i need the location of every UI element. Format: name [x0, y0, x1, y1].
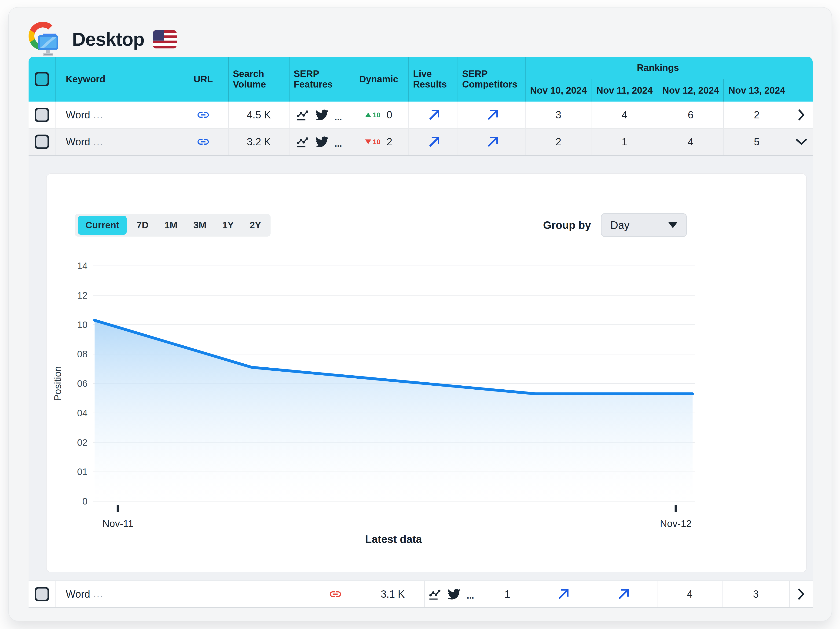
north-east-arrow-icon[interactable]	[427, 136, 439, 148]
keyword-cell[interactable]: Word...	[56, 581, 310, 607]
column-header-serp-competitors[interactable]: SERP Competitors	[458, 57, 526, 102]
y-tick-label: 06	[77, 378, 88, 389]
column-header-live-results[interactable]: Live Results	[409, 57, 458, 102]
rank-change-badge: 10	[365, 138, 381, 146]
desktop-computer-icon	[38, 35, 61, 57]
column-header-keyword[interactable]: Keyword	[56, 57, 178, 102]
trend-line-icon[interactable]	[296, 108, 309, 121]
north-east-arrow-icon[interactable]	[427, 109, 439, 121]
ranking-cell-nov10: 3	[526, 102, 591, 128]
twitter-icon[interactable]	[315, 108, 328, 121]
triangle-down-icon	[365, 139, 371, 144]
column-header-url[interactable]: URL	[178, 57, 229, 102]
row-checkbox-cell	[28, 581, 56, 607]
chevron-right-icon	[798, 109, 805, 121]
keyword-tracker-card: Desktop Keyword URL Search Volume SERP F…	[8, 7, 832, 621]
chart-controls: Current 7D 1M 3M 1Y 2Y Group by Day	[47, 174, 806, 237]
serp-features-cell: ...	[425, 581, 478, 607]
chevron-down-icon	[795, 138, 807, 145]
time-range-7d[interactable]: 7D	[130, 216, 155, 235]
y-tick-label: 10	[77, 320, 88, 330]
live-results-cell	[409, 129, 458, 155]
keyword-text: Word	[66, 136, 90, 148]
serp-features-more[interactable]: ...	[335, 112, 342, 128]
trend-line-icon[interactable]	[428, 588, 441, 601]
serp-features-cell: ...	[289, 129, 349, 155]
column-header-date-3[interactable]: Nov 12, 2024	[658, 79, 724, 102]
keyword-row-2: Word... 3.2 K ... 10 2 2 1 4 5	[28, 129, 813, 156]
column-header-date-4[interactable]: Nov 13, 2024	[724, 79, 790, 102]
search-volume-cell: 4.5 K	[229, 102, 289, 128]
dynamic-value: 0	[387, 109, 392, 121]
table-header: Keyword URL Search Volume SERP Features …	[28, 57, 813, 102]
twitter-icon[interactable]	[447, 588, 461, 601]
y-tick-label: 08	[77, 349, 88, 359]
trend-line-icon[interactable]	[296, 135, 309, 148]
expand-row-button[interactable]	[789, 581, 813, 607]
north-east-arrow-icon[interactable]	[486, 136, 498, 148]
time-range-current[interactable]: Current	[78, 216, 126, 235]
serp-competitors-cell	[588, 581, 657, 607]
serp-competitors-cell	[458, 102, 526, 128]
time-range-selector: Current 7D 1M 3M 1Y 2Y	[75, 214, 270, 236]
serp-features-more[interactable]: ...	[467, 591, 474, 607]
url-cell	[178, 129, 229, 155]
ranking-cell-nov13: 5	[724, 129, 790, 155]
select-all-cell	[28, 57, 56, 102]
ranking-cell-nov11: 1	[591, 129, 658, 155]
chevron-right-icon	[797, 588, 805, 600]
collapse-row-button[interactable]	[790, 129, 813, 155]
north-east-arrow-icon[interactable]	[486, 109, 498, 121]
x-tick-label: Nov-12	[660, 518, 692, 529]
url-cell	[178, 102, 229, 128]
caret-down-icon	[668, 222, 677, 228]
time-range-1y[interactable]: 1Y	[216, 216, 240, 235]
time-range-1m[interactable]: 1M	[158, 216, 184, 235]
expand-row-button[interactable]	[790, 102, 813, 128]
page-title: Desktop	[72, 28, 144, 50]
url-cell	[310, 581, 361, 607]
link-icon[interactable]	[196, 135, 210, 148]
row-checkbox[interactable]	[35, 587, 49, 601]
north-east-arrow-icon[interactable]	[616, 588, 628, 600]
group-by-select[interactable]: Day	[601, 213, 687, 237]
north-east-arrow-icon[interactable]	[556, 588, 568, 600]
link-icon[interactable]	[196, 108, 210, 122]
column-header-date-2[interactable]: Nov 11, 2024	[591, 79, 658, 102]
y-tick-label: 14	[77, 261, 88, 271]
ranking-cell-nov10: 2	[526, 129, 591, 155]
select-all-checkbox[interactable]	[35, 72, 49, 86]
keyword-ellipsis: ...	[93, 110, 103, 120]
group-by-control: Group by Day	[543, 213, 687, 237]
column-header-search-volume[interactable]: Search Volume	[229, 57, 289, 102]
keyword-text: Word	[66, 109, 90, 121]
y-tick-label: 0	[82, 496, 88, 506]
twitter-icon[interactable]	[315, 135, 328, 148]
time-range-3m[interactable]: 3M	[187, 216, 213, 235]
row-checkbox[interactable]	[35, 134, 49, 149]
keyword-row-1: Word... 4.5 K ... 10 0 3 4 6 2	[28, 102, 813, 129]
x-axis-title: Latest data	[365, 533, 422, 545]
y-tick-label: 12	[77, 290, 88, 301]
column-header-date-1[interactable]: Nov 10, 2024	[526, 79, 591, 102]
keyword-cell[interactable]: Word...	[56, 129, 178, 155]
column-header-dynamic[interactable]: Dynamic	[349, 57, 409, 102]
keyword-text: Word	[66, 588, 90, 600]
y-axis-title: Position	[52, 366, 63, 401]
time-range-2y[interactable]: 2Y	[244, 216, 267, 235]
y-tick-label: 04	[77, 408, 88, 418]
row-checkbox[interactable]	[35, 108, 49, 122]
column-header-serp-features[interactable]: SERP Features	[289, 57, 349, 102]
triangle-up-icon	[365, 113, 371, 117]
column-header-expander	[790, 57, 813, 102]
group-by-value: Day	[610, 219, 630, 232]
keyword-ellipsis: ...	[93, 137, 103, 147]
position-chart: 00102040608101214Nov-11Nov-12Latest data…	[47, 251, 806, 561]
link-icon-broken[interactable]	[328, 587, 342, 601]
x-tick-label: Nov-11	[103, 518, 133, 529]
ranking-cell-nov12: 6	[658, 102, 724, 128]
keyword-row-3: Word... 3.1 K ... 1 4 3	[28, 580, 813, 608]
change-amount: 10	[373, 138, 381, 146]
serp-features-more[interactable]: ...	[335, 139, 342, 155]
keyword-cell[interactable]: Word...	[56, 102, 178, 128]
